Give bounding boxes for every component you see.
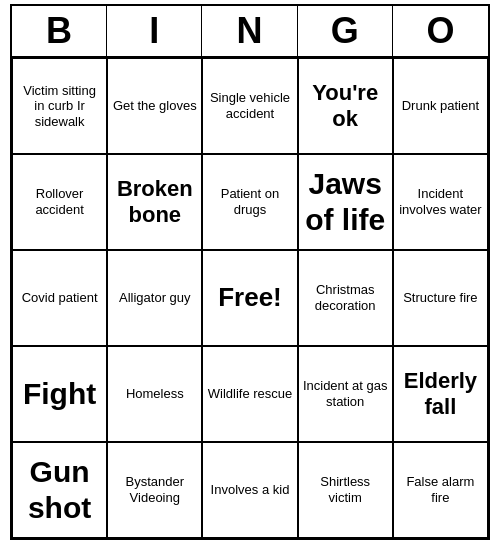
bingo-cell[interactable]: Wildlife rescue bbox=[202, 346, 297, 442]
header-letter: I bbox=[107, 6, 202, 56]
bingo-cell[interactable]: False alarm fire bbox=[393, 442, 488, 538]
bingo-cell[interactable]: Gun shot bbox=[12, 442, 107, 538]
header-letter: O bbox=[393, 6, 488, 56]
bingo-cell[interactable]: Shirtless victim bbox=[298, 442, 393, 538]
bingo-cell[interactable]: Homeless bbox=[107, 346, 202, 442]
header-letter: G bbox=[298, 6, 393, 56]
bingo-cell[interactable]: Elderly fall bbox=[393, 346, 488, 442]
bingo-cell[interactable]: Jaws of life bbox=[298, 154, 393, 250]
bingo-cell[interactable]: Incident involves water bbox=[393, 154, 488, 250]
bingo-cell[interactable]: Christmas decoration bbox=[298, 250, 393, 346]
bingo-cell[interactable]: Incident at gas station bbox=[298, 346, 393, 442]
bingo-cell[interactable]: Free! bbox=[202, 250, 297, 346]
bingo-cell[interactable]: Rollover accident bbox=[12, 154, 107, 250]
bingo-cell[interactable]: Drunk patient bbox=[393, 58, 488, 154]
bingo-card: BINGO Victim sitting in curb Ir sidewalk… bbox=[10, 4, 490, 540]
bingo-cell[interactable]: Victim sitting in curb Ir sidewalk bbox=[12, 58, 107, 154]
bingo-cell[interactable]: Patient on drugs bbox=[202, 154, 297, 250]
bingo-cell[interactable]: Broken bone bbox=[107, 154, 202, 250]
bingo-cell[interactable]: Alligator guy bbox=[107, 250, 202, 346]
bingo-cell[interactable]: Structure fire bbox=[393, 250, 488, 346]
bingo-cell[interactable]: Fight bbox=[12, 346, 107, 442]
bingo-cell[interactable]: Covid patient bbox=[12, 250, 107, 346]
header-letter: N bbox=[202, 6, 297, 56]
bingo-cell[interactable]: Single vehicle accident bbox=[202, 58, 297, 154]
bingo-grid: Victim sitting in curb Ir sidewalkGet th… bbox=[12, 58, 488, 538]
bingo-cell[interactable]: Get the gloves bbox=[107, 58, 202, 154]
header-letter: B bbox=[12, 6, 107, 56]
bingo-header: BINGO bbox=[12, 6, 488, 58]
bingo-cell[interactable]: Involves a kid bbox=[202, 442, 297, 538]
bingo-cell[interactable]: Bystander Videoing bbox=[107, 442, 202, 538]
bingo-cell[interactable]: You're ok bbox=[298, 58, 393, 154]
